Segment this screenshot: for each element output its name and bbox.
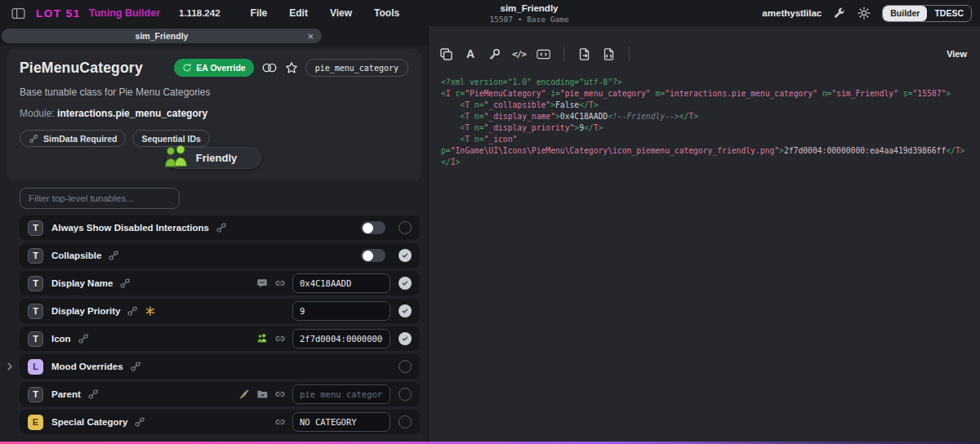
copy-icon[interactable]: [439, 47, 453, 61]
category-pill: Friendly: [167, 147, 261, 169]
tunables-list: TAlways Show Disabled InteractionsTColla…: [20, 215, 420, 434]
menu-item-file[interactable]: File: [251, 7, 268, 19]
type-badge: T: [28, 220, 43, 236]
view-button[interactable]: View: [947, 49, 967, 59]
value-input[interactable]: [292, 273, 390, 293]
code-line: <T n="_display_priority">9</T>: [441, 122, 975, 134]
username: amethystlilac: [762, 8, 822, 18]
tunable-row[interactable]: TIcon: [20, 326, 420, 351]
document-meta: 15507 • Base Game: [489, 15, 568, 24]
menu-item-view[interactable]: View: [330, 7, 352, 19]
brand-logo: LOT 51: [36, 7, 81, 20]
include-checkbox[interactable]: [399, 332, 412, 345]
link-icon[interactable]: [274, 388, 286, 400]
badge-label: SimData Required: [43, 134, 117, 144]
people-icon: [162, 143, 191, 172]
chain-icon[interactable]: [108, 250, 119, 261]
tunable-label: Collapsible: [51, 251, 101, 260]
tunable-row[interactable]: TCollapsible: [20, 243, 420, 268]
sun-icon[interactable]: [858, 7, 871, 20]
link-icon[interactable]: [274, 278, 286, 289]
mode-tdesc-button[interactable]: TDESC: [927, 6, 971, 21]
tunable-label: Icon: [51, 334, 71, 344]
filecode-icon[interactable]: [602, 47, 616, 61]
chain-icon[interactable]: [127, 305, 138, 317]
menu-item-edit[interactable]: Edit: [289, 7, 308, 19]
include-checkbox[interactable]: [399, 304, 412, 317]
include-checkbox[interactable]: [399, 415, 412, 428]
star-icon[interactable]: [285, 61, 298, 74]
expand-chevron-icon[interactable]: [4, 361, 16, 372]
wrench-icon[interactable]: [833, 7, 846, 20]
tunable-row[interactable]: TParent: [20, 382, 420, 406]
codebox-icon[interactable]: [537, 47, 550, 61]
chain-icon[interactable]: [87, 388, 99, 400]
category-pill-label: Friendly: [196, 152, 238, 164]
code-line: <?xml version="1.0" encoding="utf-8"?>: [441, 77, 975, 88]
type-badge: T: [28, 331, 43, 347]
tunable-row[interactable]: ESpecial Category: [20, 410, 420, 434]
comment-icon[interactable]: [256, 278, 268, 289]
type-badge: T: [28, 304, 43, 319]
value-input[interactable]: [292, 329, 390, 349]
toggle-knob: [363, 251, 373, 261]
class-description: Base tunable class for Pie Menu Categori…: [20, 87, 408, 98]
include-checkbox[interactable]: [399, 360, 412, 373]
tunable-label: Parent: [51, 389, 81, 399]
include-checkbox[interactable]: [399, 277, 412, 290]
tunable-row[interactable]: TDisplay Priority: [20, 299, 420, 323]
tunable-label: Special Category: [51, 417, 127, 427]
folder-icon[interactable]: [256, 388, 268, 400]
chain-icon[interactable]: [216, 222, 227, 233]
key-icon[interactable]: [488, 47, 501, 61]
code-line: <I c="PieMenuCategory" i="pie_menu_categ…: [441, 88, 975, 100]
toolbar-divider: [629, 47, 630, 61]
type-badge: E: [28, 415, 43, 430]
required-asterisk-icon: [145, 305, 156, 317]
tunable-row[interactable]: TDisplay Name: [20, 271, 420, 295]
toggle-switch[interactable]: [361, 249, 385, 262]
chain-icon[interactable]: [134, 416, 145, 428]
value-input[interactable]: [292, 412, 390, 432]
link-icon[interactable]: [274, 333, 286, 344]
include-checkbox[interactable]: [399, 388, 412, 401]
close-icon[interactable]: ×: [307, 29, 314, 43]
link-rings-icon[interactable]: [261, 62, 278, 73]
menu-item-tools[interactable]: Tools: [374, 7, 399, 19]
module-value: interactions.pie_menu_category: [57, 108, 207, 119]
slash-icon[interactable]: [238, 388, 250, 400]
chain-icon[interactable]: [78, 333, 89, 344]
include-checkbox[interactable]: [399, 249, 412, 262]
value-input[interactable]: [292, 384, 390, 404]
mode-builder-button[interactable]: Builder: [883, 6, 927, 21]
filter-input[interactable]: [20, 188, 180, 209]
topbar-right: amethystlilac Builder TDESC: [762, 0, 972, 26]
toggle-switch[interactable]: [361, 221, 385, 234]
font-icon[interactable]: A: [464, 47, 477, 61]
code-line: <T n="_icon": [441, 134, 975, 145]
chain-icon[interactable]: [119, 278, 131, 289]
document-title: sim_Friendly: [489, 3, 568, 13]
value-input[interactable]: [292, 301, 390, 321]
class-header-card: PieMenuCategory EA Override pie_menu_cat…: [7, 49, 421, 181]
window-panes-icon[interactable]: [11, 7, 25, 20]
link-icon[interactable]: [274, 416, 286, 428]
badge-label: Sequential IDs: [141, 134, 200, 144]
people-icon[interactable]: [256, 333, 268, 344]
fileexport-icon[interactable]: [577, 47, 591, 61]
tunable-row[interactable]: LMood Overrides: [20, 354, 420, 379]
refresh-icon: [182, 63, 192, 73]
class-name-chip: pie_menu_category: [305, 59, 408, 77]
type-badge: T: [28, 248, 43, 264]
tab-sim-friendly[interactable]: sim_Friendly ×: [2, 29, 322, 43]
header-actions: EA Override pie_menu_category: [174, 59, 408, 77]
tab-bar: sim_Friendly ×: [0, 26, 428, 46]
chain-icon[interactable]: [130, 361, 141, 372]
tunable-row[interactable]: TAlways Show Disabled Interactions: [20, 215, 420, 240]
include-checkbox[interactable]: [399, 221, 412, 234]
type-badge: T: [28, 387, 43, 402]
code-icon[interactable]: </>: [512, 49, 526, 60]
topbar: LOT 51 Tuning Builder 1.118.242 FileEdit…: [0, 0, 980, 26]
type-badge: L: [28, 359, 43, 375]
tab-label: sim_Friendly: [136, 31, 189, 41]
